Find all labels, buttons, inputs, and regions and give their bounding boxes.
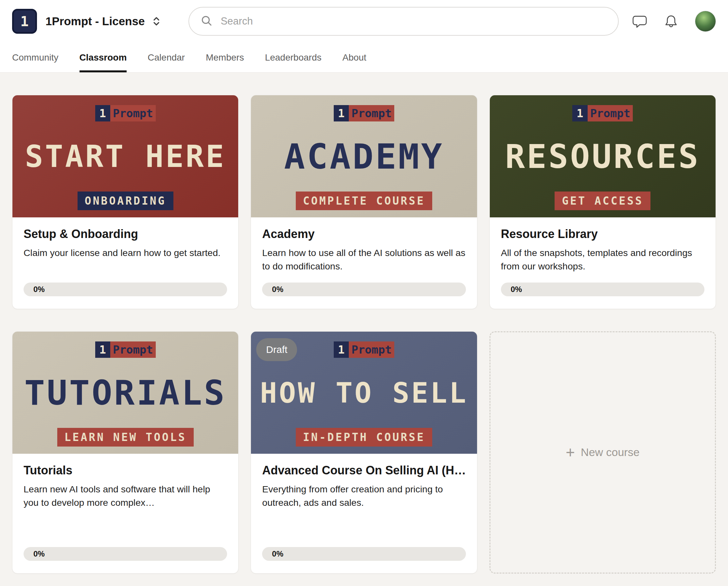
banner-title: HOW TO SELL [260,376,468,409]
course-description: Learn new AI tools and software that wil… [24,483,227,538]
brand-one-mark: 1 [95,105,110,121]
brand-name: Prompt [110,341,156,358]
course-name: Academy [262,227,466,241]
new-course-button[interactable]: + New course [490,331,716,573]
course-card-academy[interactable]: 1 Prompt ACADEMY COMPLETE COURSE Academy… [251,95,477,309]
course-banner: 1 Prompt ACADEMY COMPLETE COURSE [251,95,477,217]
brand-name: Prompt [110,105,156,121]
brand-name: Prompt [349,341,394,358]
banner-tag: ONBOARDING [78,192,174,210]
banner-tag: GET ACCESS [554,192,650,210]
course-progress-value: 0% [272,550,283,559]
tab-calendar[interactable]: Calendar [148,43,185,72]
plus-icon: + [566,445,575,460]
course-progress-bar: 0% [24,547,227,561]
course-description: Claim your license and learn how to get … [24,246,227,273]
course-card-body: Setup & Onboarding Claim your license an… [12,217,238,309]
chat-icon[interactable] [632,14,647,29]
search-icon [200,15,213,28]
banner-tag: COMPLETE COURSE [296,192,432,210]
course-progress-bar: 0% [262,283,466,296]
tab-community[interactable]: Community [12,43,58,72]
brand-one-mark: 1 [95,341,110,358]
community-logo[interactable]: 1 [12,9,37,34]
banner-tag: LEARN NEW TOOLS [57,428,194,446]
community-tabs: Community Classroom Calendar Members Lea… [0,43,728,73]
banner-brand-badge: 1 Prompt [334,105,394,121]
course-name: Setup & Onboarding [24,227,227,241]
banner-title: ACADEMY [284,137,444,177]
banner-title: TUTORIALS [24,373,227,413]
banner-brand-badge: 1 Prompt [95,341,156,358]
banner-tag: IN-DEPTH COURSE [296,428,432,446]
course-name: Tutorials [24,464,227,477]
course-description: Everything from offer creation and prici… [262,483,466,538]
brand-name: Prompt [349,105,394,121]
course-progress-bar: 0% [501,283,704,296]
course-progress-value: 0% [272,285,283,294]
course-banner: 1 Prompt START HERE ONBOARDING [12,95,238,217]
course-card-body: Advanced Course On Selling AI (H… Everyt… [251,454,477,573]
course-description: Learn how to use all of the AI solutions… [262,246,466,273]
draft-badge: Draft [256,338,297,361]
course-name: Resource Library [501,227,704,241]
tab-leaderboards[interactable]: Leaderboards [265,43,322,72]
course-progress-bar: 0% [262,547,466,561]
course-banner: 1 Prompt TUTORIALS LEARN NEW TOOLS [12,332,238,454]
brand-one-mark: 1 [334,341,349,358]
banner-title: RESOURCES [505,138,700,176]
tab-members[interactable]: Members [206,43,244,72]
course-name: Advanced Course On Selling AI (H… [262,464,466,477]
community-title: 1Prompt - License [46,15,145,28]
brand-one-mark: 1 [334,105,349,121]
new-course-label: New course [581,446,640,459]
course-progress-bar: 0% [24,283,227,296]
community-logo-text: 1 [20,14,28,29]
course-banner: 1 Prompt RESOURCES GET ACCESS [490,95,716,217]
banner-brand-badge: 1 Prompt [334,341,394,358]
course-banner: Draft 1 Prompt HOW TO SELL IN-DEPTH COUR… [251,332,477,454]
course-progress-value: 0% [511,285,522,294]
course-card-setup-onboarding[interactable]: 1 Prompt START HERE ONBOARDING Setup & O… [12,95,238,309]
banner-brand-badge: 1 Prompt [572,105,633,121]
brand-one-mark: 1 [572,105,587,121]
course-card-body: Tutorials Learn new AI tools and softwar… [12,454,238,573]
tab-about[interactable]: About [342,43,366,72]
course-card-how-to-sell[interactable]: Draft 1 Prompt HOW TO SELL IN-DEPTH COUR… [251,331,477,573]
course-card-body: Academy Learn how to use all of the AI s… [251,217,477,309]
topbar-right-icons [632,11,716,32]
course-grid: 1 Prompt START HERE ONBOARDING Setup & O… [0,73,728,586]
brand-name: Prompt [588,105,633,121]
search-bar[interactable] [188,7,619,36]
community-switcher-icon[interactable] [151,16,162,27]
course-progress-value: 0% [33,285,45,294]
notifications-bell-icon[interactable] [664,14,679,29]
course-card-resource-library[interactable]: 1 Prompt RESOURCES GET ACCESS Resource L… [490,95,716,309]
user-avatar[interactable] [695,11,716,32]
tab-classroom[interactable]: Classroom [79,43,127,72]
search-input[interactable] [220,16,607,27]
banner-brand-badge: 1 Prompt [95,105,156,121]
course-description: All of the snapshots, templates and reco… [501,246,704,273]
course-card-tutorials[interactable]: 1 Prompt TUTORIALS LEARN NEW TOOLS Tutor… [12,331,238,573]
course-card-body: Resource Library All of the snapshots, t… [490,217,716,309]
banner-title: START HERE [25,139,226,174]
course-progress-value: 0% [33,550,45,559]
topbar: 1 1Prompt - License [0,0,728,43]
